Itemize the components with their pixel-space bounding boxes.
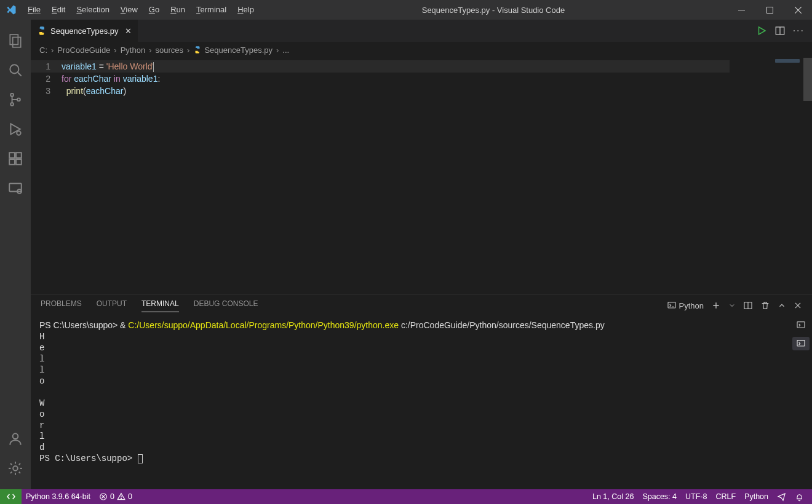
svg-rect-23 <box>797 341 805 346</box>
breadcrumb-part[interactable]: sources <box>156 45 184 55</box>
menu-terminal[interactable]: Terminal <box>191 0 232 20</box>
remote-explorer-icon[interactable] <box>0 173 31 203</box>
remote-indicator-icon[interactable] <box>0 489 22 504</box>
split-editor-icon[interactable] <box>774 25 786 36</box>
status-indentation[interactable]: Spaces: 4 <box>638 492 681 501</box>
panel-maximize-icon[interactable] <box>778 301 786 310</box>
breadcrumb-part[interactable]: ... <box>282 45 289 55</box>
svg-point-8 <box>17 131 20 135</box>
terminal-dropdown-icon[interactable] <box>728 302 736 309</box>
new-terminal-icon[interactable] <box>711 301 721 310</box>
svg-rect-11 <box>9 159 15 165</box>
search-icon[interactable] <box>0 55 31 85</box>
menu-run[interactable]: Run <box>165 0 191 20</box>
svg-rect-22 <box>797 322 805 328</box>
svg-point-7 <box>17 98 20 101</box>
svg-point-16 <box>13 466 18 471</box>
breadcrumb-part[interactable]: Python <box>121 45 145 55</box>
panel: PROBLEMS OUTPUT TERMINAL DEBUG CONSOLE P… <box>31 294 812 489</box>
settings-gear-icon[interactable] <box>0 454 31 483</box>
editor-scrollbar[interactable] <box>803 58 812 294</box>
menu-edit[interactable]: Edit <box>46 0 71 20</box>
status-eol[interactable]: CRLF <box>711 492 740 501</box>
status-interpreter[interactable]: Python 3.9.6 64-bit <box>22 492 95 501</box>
extensions-icon[interactable] <box>0 144 31 173</box>
breadcrumb-file[interactable]: SequenceTypes.py <box>193 45 273 55</box>
window-minimize-button[interactable] <box>727 0 755 20</box>
panel-tab-output[interactable]: OUTPUT <box>97 299 127 312</box>
status-cursor-position[interactable]: Ln 1, Col 26 <box>588 492 638 501</box>
svg-rect-1 <box>766 7 773 13</box>
vscode-logo-icon <box>0 4 22 15</box>
menu-go[interactable]: Go <box>143 0 165 20</box>
run-debug-icon[interactable] <box>0 114 31 144</box>
menu-help[interactable]: Help <box>232 0 260 20</box>
editor-tab-active[interactable]: SequenceTypes.py ✕ <box>31 20 138 42</box>
status-problems[interactable]: 0 0 <box>95 492 137 501</box>
kill-terminal-icon[interactable] <box>760 301 770 310</box>
code-editor[interactable]: 1variable1 = 'Hello World'2for eachChar … <box>31 58 730 294</box>
svg-point-15 <box>13 433 18 439</box>
more-actions-icon[interactable]: ··· <box>793 25 805 36</box>
svg-rect-19 <box>668 302 675 308</box>
svg-point-4 <box>10 65 18 73</box>
tab-close-icon[interactable]: ✕ <box>122 26 132 36</box>
svg-rect-13 <box>9 183 22 191</box>
panel-close-icon[interactable] <box>794 301 802 310</box>
accounts-icon[interactable] <box>0 424 31 454</box>
split-terminal-icon[interactable] <box>743 301 753 310</box>
status-notifications-icon[interactable] <box>790 492 808 502</box>
svg-point-6 <box>10 103 14 106</box>
terminal[interactable]: PS C:\Users\suppo> & C:/Users/suppo/AppD… <box>31 316 790 489</box>
panel-tab-debug-console[interactable]: DEBUG CONSOLE <box>194 299 258 312</box>
menu-view[interactable]: View <box>115 0 143 20</box>
run-file-icon[interactable] <box>756 25 767 36</box>
window-maximize-button[interactable] <box>755 0 784 20</box>
title-bar: File Edit Selection View Go Run Terminal… <box>0 0 812 20</box>
svg-rect-3 <box>13 37 21 47</box>
status-bar: Python 3.9.6 64-bit 0 0 Ln 1, Col 26 Spa… <box>0 489 812 504</box>
activity-bar <box>0 20 31 489</box>
terminal-instance-icon[interactable] <box>792 337 810 350</box>
svg-point-5 <box>10 93 14 96</box>
svg-rect-2 <box>10 34 18 44</box>
svg-rect-12 <box>16 159 22 165</box>
terminal-shell-selector[interactable]: Python <box>667 301 704 310</box>
menu-selection[interactable]: Selection <box>71 0 114 20</box>
explorer-icon[interactable] <box>0 26 31 55</box>
status-feedback-icon[interactable] <box>773 492 790 502</box>
editor-tab-row: SequenceTypes.py ✕ ··· <box>31 20 812 42</box>
breadcrumb-part[interactable]: C: <box>39 45 47 55</box>
breadcrumb[interactable]: C:› ProCodeGuide› Python› sources› Seque… <box>31 42 812 58</box>
svg-rect-0 <box>738 10 745 10</box>
status-encoding[interactable]: UTF-8 <box>681 492 711 501</box>
svg-rect-9 <box>9 152 15 158</box>
source-control-icon[interactable] <box>0 85 31 114</box>
menu-file[interactable]: File <box>22 0 46 20</box>
terminal-list <box>790 316 812 489</box>
menu-bar: File Edit Selection View Go Run Terminal… <box>22 0 260 20</box>
panel-tab-terminal[interactable]: TERMINAL <box>141 299 179 312</box>
editor-pane: 1variable1 = 'Hello World'2for eachChar … <box>31 58 812 294</box>
svg-point-26 <box>121 498 121 498</box>
panel-tab-problems[interactable]: PROBLEMS <box>41 299 82 312</box>
minimap[interactable] <box>730 58 803 294</box>
terminal-instance-icon[interactable] <box>792 318 810 332</box>
python-file-icon <box>37 26 47 36</box>
status-language[interactable]: Python <box>740 492 773 501</box>
window-close-button[interactable] <box>784 0 812 20</box>
breadcrumb-part[interactable]: ProCodeGuide <box>57 45 110 55</box>
tab-filename: SequenceTypes.py <box>50 26 119 36</box>
svg-rect-10 <box>16 152 22 158</box>
window-title: SequenceTypes.py - Visual Studio Code <box>260 6 727 15</box>
